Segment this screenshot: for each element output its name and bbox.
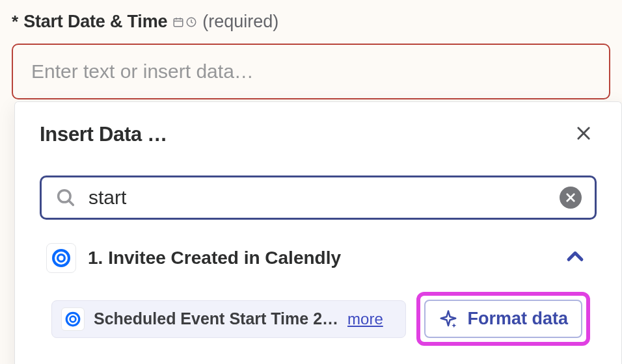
calendly-app-icon-small <box>61 307 85 331</box>
dropdown-title: Insert Data … <box>40 123 167 146</box>
svg-point-11 <box>53 250 69 266</box>
required-label: (required) <box>202 12 278 32</box>
svg-point-14 <box>70 316 76 322</box>
result-item-row: Scheduled Event Start Time 2… more Forma… <box>46 292 590 346</box>
required-asterisk: * <box>12 12 18 32</box>
x-icon <box>565 192 576 203</box>
calendly-icon <box>64 311 81 328</box>
field-hint-icons <box>172 16 197 28</box>
group-title: 1. Invitee Created in Calendly <box>88 248 548 268</box>
format-data-label: Format data <box>467 309 568 329</box>
more-link[interactable]: more <box>347 310 383 328</box>
data-field-option[interactable]: Scheduled Event Start Time 2… more <box>51 300 406 338</box>
collapse-group-button[interactable] <box>560 242 590 274</box>
close-icon <box>575 124 593 142</box>
group-header[interactable]: 1. Invitee Created in Calendly <box>46 242 590 274</box>
dropdown-header: Insert Data … <box>40 120 597 148</box>
clock-icon <box>185 16 197 28</box>
clear-search-button[interactable] <box>560 187 582 209</box>
data-field-label: Scheduled Event Start Time 2… <box>94 309 338 328</box>
field-label-row: * Start Date & Time (required) <box>12 12 610 32</box>
sparkle-icon <box>439 309 458 329</box>
calendly-app-icon <box>46 243 76 273</box>
close-button[interactable] <box>571 120 597 148</box>
svg-point-12 <box>58 254 65 261</box>
svg-point-13 <box>66 313 79 326</box>
field-label: Start Date & Time <box>23 12 167 32</box>
format-data-highlight: Format data <box>416 292 590 346</box>
chevron-up-icon <box>564 246 586 268</box>
calendly-icon <box>51 248 72 268</box>
result-group: 1. Invitee Created in Calendly Scheduled… <box>40 242 597 346</box>
calendar-icon <box>172 16 184 28</box>
start-datetime-input[interactable] <box>12 44 610 99</box>
insert-data-dropdown: Insert Data … 1. Invitee Created in Cale… <box>14 101 622 364</box>
format-data-button[interactable]: Format data <box>424 300 582 338</box>
search-field-wrap[interactable] <box>40 176 597 220</box>
search-icon <box>55 187 77 209</box>
search-input[interactable] <box>88 187 548 209</box>
svg-rect-0 <box>174 18 183 26</box>
svg-line-8 <box>69 201 74 205</box>
